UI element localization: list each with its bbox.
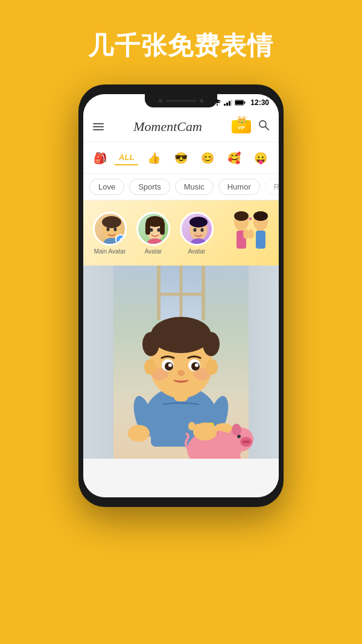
svg-point-35	[253, 211, 268, 221]
svg-point-57	[195, 363, 198, 367]
avatar-main-item[interactable]: ✦ Main Avatar	[93, 212, 127, 255]
phone-notch	[145, 94, 217, 107]
main-illustration-card	[83, 266, 279, 459]
avatar-3-label: Avatar	[188, 248, 206, 255]
main-avatar-label: Main Avatar	[94, 248, 126, 255]
tag-humor[interactable]: Humor	[218, 179, 260, 195]
svg-point-0	[217, 104, 218, 106]
header-right: 👑 VIP	[232, 120, 269, 133]
signal-icon	[224, 100, 232, 106]
svg-rect-7	[244, 102, 246, 104]
tag-pills-row: Love Sports Music Humor Rom	[83, 174, 279, 200]
tag-romance[interactable]: Rom	[265, 179, 279, 195]
svg-point-56	[168, 363, 172, 367]
tag-sports[interactable]: Sports	[129, 179, 170, 195]
avatar-2-label: Avatar	[145, 248, 162, 255]
tag-love[interactable]: Love	[89, 179, 124, 195]
svg-point-37	[248, 229, 254, 239]
svg-point-60	[206, 359, 218, 375]
hero-title: 几千张免费表情	[0, 29, 362, 63]
svg-rect-2	[226, 103, 228, 106]
svg-rect-36	[256, 231, 265, 249]
vip-badge[interactable]: 👑 VIP	[232, 120, 251, 133]
notch-dot-2	[200, 99, 203, 103]
battery-icon	[235, 100, 246, 106]
phone-wrapper: 12:30 MomentCam 👑 VIP	[78, 84, 284, 507]
svg-point-25	[189, 217, 208, 228]
app-logo: MomentCam	[133, 119, 202, 135]
main-avatar-badge: ✦	[115, 234, 126, 245]
svg-rect-1	[224, 104, 226, 106]
avatar-3-item[interactable]: Avatar	[180, 212, 214, 255]
notch-speaker	[166, 100, 196, 102]
avatar-3-circle	[180, 212, 214, 246]
cat-icon-emoji3[interactable]: 🥰	[223, 149, 245, 167]
svg-point-42	[128, 425, 150, 442]
svg-text:♥: ♥	[249, 215, 252, 222]
svg-point-21	[157, 228, 160, 232]
svg-point-65	[246, 441, 250, 444]
vip-label: VIP	[238, 125, 246, 130]
svg-point-64	[243, 441, 246, 444]
app-header: MomentCam 👑 VIP	[83, 111, 279, 142]
avatar-banner: ✦ Main Avatar	[83, 200, 279, 266]
tag-music[interactable]: Music	[175, 179, 214, 195]
svg-rect-23	[149, 240, 161, 246]
cat-icon-emoji4[interactable]: 😛	[250, 149, 272, 167]
phone-content: 12:30 MomentCam 👑 VIP	[83, 94, 279, 497]
cat-icon-sticker[interactable]: 🎒	[91, 149, 110, 167]
svg-point-51	[203, 332, 220, 356]
svg-rect-29	[192, 240, 205, 246]
svg-point-27	[201, 228, 204, 232]
svg-point-11	[102, 216, 121, 228]
svg-rect-18	[145, 222, 150, 235]
menu-line-3	[93, 129, 104, 130]
avatar-main-circle: ✦	[93, 212, 127, 246]
category-icons-row: 🎒 ALL 👍 😎 😊	[83, 142, 279, 174]
avatar-2-circle	[136, 212, 170, 246]
menu-line-1	[93, 123, 104, 124]
svg-point-12	[107, 228, 110, 231]
svg-point-13	[114, 228, 117, 231]
scrollable-area	[83, 266, 279, 497]
svg-rect-6	[235, 101, 243, 104]
status-icons: 12:30	[213, 98, 269, 107]
svg-point-31	[234, 211, 249, 221]
svg-point-49	[151, 317, 211, 353]
svg-point-50	[142, 332, 159, 356]
cat-icon-all[interactable]: ALL	[115, 150, 138, 165]
svg-rect-4	[231, 100, 232, 106]
avatar-2-item[interactable]: Avatar	[136, 212, 170, 255]
cat-icon-emoji2[interactable]: 😊	[197, 149, 218, 167]
crown-icon: 👑	[237, 115, 247, 125]
svg-rect-19	[160, 222, 165, 235]
svg-point-58	[177, 370, 185, 376]
svg-point-67	[232, 424, 241, 436]
cat-icon-emoji1[interactable]: 😎	[170, 149, 191, 167]
phone-screen: 12:30 MomentCam 👑 VIP	[83, 94, 279, 497]
cat-icon-like[interactable]: 👍	[143, 149, 165, 167]
search-icon[interactable]	[258, 120, 269, 133]
child-cartoon	[103, 272, 259, 459]
all-tab-label: ALL	[119, 153, 134, 162]
menu-button[interactable]	[93, 123, 104, 130]
svg-point-59	[144, 359, 156, 375]
svg-point-8	[259, 121, 266, 127]
svg-point-20	[150, 228, 153, 232]
svg-point-26	[194, 228, 197, 232]
svg-point-76	[188, 422, 195, 430]
notch-dot-1	[159, 99, 162, 103]
phone-shell: 12:30 MomentCam 👑 VIP	[78, 84, 284, 507]
couple-illustration: ♥	[223, 209, 278, 257]
svg-rect-3	[229, 101, 230, 106]
svg-line-9	[265, 127, 268, 130]
menu-line-2	[93, 126, 104, 127]
status-time: 12:30	[250, 98, 269, 107]
